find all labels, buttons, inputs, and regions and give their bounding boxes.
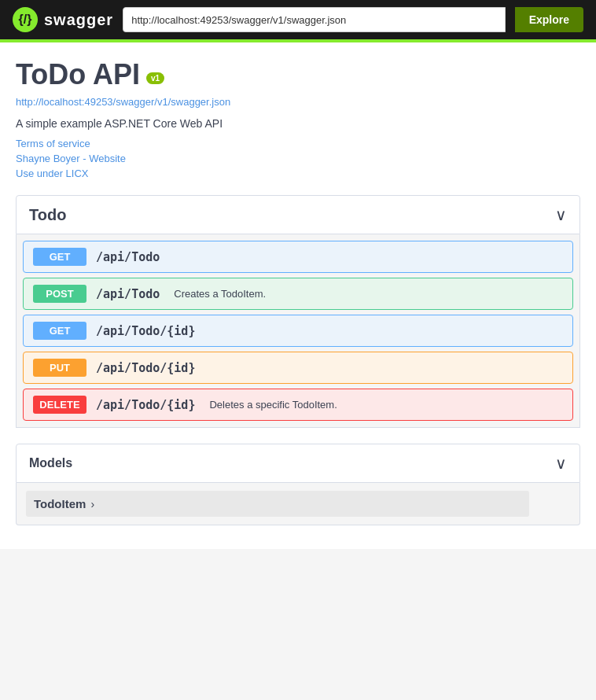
endpoint-path-2: /api/Todo/{id} <box>96 324 195 338</box>
brand-name: swagger <box>44 11 113 29</box>
logo-symbol: {/} <box>19 13 32 27</box>
todo-chevron-icon: ∨ <box>555 205 567 224</box>
models-body: TodoItem› <box>16 483 580 525</box>
todo-section-title: Todo <box>29 206 66 224</box>
api-description: A simple example ASP.NET Core Web API <box>16 117 580 130</box>
endpoint-row-2[interactable]: GET/api/Todo/{id} <box>23 315 573 347</box>
endpoint-path-0: /api/Todo <box>96 250 160 264</box>
models-header[interactable]: Models ∨ <box>16 444 580 483</box>
endpoints-container: GET/api/TodoPOST/api/TodoCreates a TodoI… <box>16 234 580 428</box>
method-badge-1: POST <box>33 285 86 303</box>
method-badge-2: GET <box>33 322 86 340</box>
method-badge-0: GET <box>33 248 86 266</box>
models-chevron-icon: ∨ <box>555 454 567 473</box>
model-name-0: TodoItem <box>34 497 86 510</box>
todo-section-header[interactable]: Todo ∨ <box>16 195 580 234</box>
endpoint-row-1[interactable]: POST/api/TodoCreates a TodoItem. <box>23 278 573 310</box>
license-link[interactable]: Use under LICX <box>16 168 580 179</box>
method-badge-3: PUT <box>33 359 86 377</box>
endpoint-desc-1: Creates a TodoItem. <box>174 288 266 300</box>
terms-link[interactable]: Terms of service <box>16 138 580 149</box>
url-input[interactable] <box>123 7 505 32</box>
model-item-0[interactable]: TodoItem› <box>26 491 529 517</box>
brand: {/} swagger <box>13 7 113 32</box>
endpoint-path-4: /api/Todo/{id} <box>96 398 195 412</box>
endpoint-row-0[interactable]: GET/api/Todo <box>23 241 573 273</box>
explore-button[interactable]: Explore <box>515 7 583 32</box>
api-title-row: ToDo API v1 <box>16 58 580 91</box>
endpoint-path-1: /api/Todo <box>96 287 160 301</box>
endpoint-row-3[interactable]: PUT/api/Todo/{id} <box>23 352 573 384</box>
swagger-logo: {/} <box>13 7 38 32</box>
api-info-section: ToDo API v1 http://localhost:49253/swagg… <box>16 58 580 179</box>
navbar: {/} swagger Explore <box>0 0 596 39</box>
models-section: Models ∨ TodoItem› <box>16 444 580 525</box>
api-title: ToDo API <box>16 58 140 91</box>
model-arrow-0: › <box>90 498 94 510</box>
endpoint-desc-4: Deletes a specific TodoItem. <box>209 399 337 411</box>
models-title: Models <box>29 456 72 470</box>
endpoint-path-3: /api/Todo/{id} <box>96 361 195 375</box>
main-content: ToDo API v1 http://localhost:49253/swagg… <box>0 42 596 549</box>
todo-section: Todo ∨ GET/api/TodoPOST/api/TodoCreates … <box>16 195 580 428</box>
method-badge-4: DELETE <box>33 396 86 414</box>
endpoint-row-4[interactable]: DELETE/api/Todo/{id}Deletes a specific T… <box>23 389 573 421</box>
website-link[interactable]: Shayne Boyer - Website <box>16 153 580 164</box>
version-badge: v1 <box>146 72 164 84</box>
spec-url-link[interactable]: http://localhost:49253/swagger/v1/swagge… <box>16 96 580 108</box>
